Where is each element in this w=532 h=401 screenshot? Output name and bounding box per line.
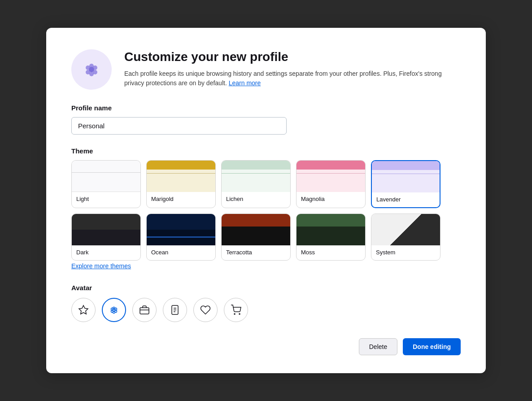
avatar-document[interactable] — [163, 298, 187, 322]
done-editing-button[interactable]: Done editing — [403, 338, 461, 355]
theme-terracotta-name: Terracotta — [222, 245, 290, 260]
customize-profile-dialog: Customize your new profile Each profile … — [46, 28, 486, 373]
avatar-section: Avatar — [71, 284, 461, 322]
learn-more-link[interactable]: Learn more — [229, 79, 261, 87]
avatar-flower[interactable] — [102, 298, 126, 322]
theme-lichen-name: Lichen — [222, 192, 290, 207]
document-icon — [170, 305, 180, 315]
svg-rect-15 — [140, 308, 149, 314]
theme-system[interactable]: System — [371, 214, 440, 261]
theme-system-preview — [371, 214, 440, 245]
svg-point-6 — [89, 67, 94, 72]
theme-light-preview — [72, 161, 140, 192]
theme-system-name: System — [371, 245, 440, 260]
theme-marigold-preview — [147, 161, 215, 192]
theme-dark[interactable]: Dark — [71, 214, 141, 261]
flower-icon — [109, 305, 119, 315]
theme-terracotta[interactable]: Terracotta — [221, 214, 291, 261]
theme-moss-name: Moss — [297, 245, 365, 260]
dialog-header: Customize your new profile Each profile … — [71, 49, 461, 90]
header-text-block: Customize your new profile Each profile … — [124, 49, 447, 88]
svg-marker-7 — [79, 305, 88, 314]
briefcase-icon — [139, 305, 150, 315]
theme-light-name: Light — [72, 192, 140, 207]
avatar-options — [71, 298, 461, 322]
theme-grid: Light Marigold Lichen Magnolia Lavender — [71, 160, 461, 261]
dialog-footer: Delete Done editing — [71, 338, 461, 355]
heart-icon — [200, 305, 211, 315]
profile-name-section: Profile name — [71, 104, 461, 135]
profile-name-input[interactable] — [71, 117, 287, 135]
dialog-title: Customize your new profile — [124, 49, 447, 65]
theme-dark-preview — [72, 214, 140, 245]
theme-lavender-preview — [372, 161, 440, 192]
theme-label: Theme — [71, 147, 461, 155]
theme-lichen-preview — [222, 161, 290, 192]
theme-terracotta-preview — [222, 214, 290, 245]
profile-name-label: Profile name — [71, 104, 461, 112]
svg-point-21 — [234, 314, 235, 314]
avatar-label: Avatar — [71, 284, 461, 292]
theme-light[interactable]: Light — [71, 160, 141, 208]
theme-magnolia[interactable]: Magnolia — [296, 160, 366, 208]
theme-ocean-preview — [147, 214, 215, 245]
dialog-description: Each profile keeps its unique browsing h… — [124, 69, 447, 88]
profile-avatar-preview — [71, 49, 112, 90]
theme-marigold[interactable]: Marigold — [146, 160, 216, 208]
theme-moss-preview — [297, 214, 365, 245]
theme-ocean-name: Ocean — [147, 245, 215, 260]
avatar-briefcase[interactable] — [132, 298, 157, 322]
theme-dark-name: Dark — [72, 245, 140, 260]
theme-section: Theme Light Marigold Lichen Magnolia — [71, 147, 461, 271]
profile-flower-icon — [82, 60, 101, 79]
theme-magnolia-name: Magnolia — [297, 192, 365, 207]
delete-button[interactable]: Delete — [359, 338, 397, 355]
avatar-cart[interactable] — [224, 298, 248, 322]
theme-ocean[interactable]: Ocean — [146, 214, 216, 261]
avatar-star[interactable] — [71, 298, 96, 322]
theme-lichen[interactable]: Lichen — [221, 160, 291, 208]
theme-marigold-name: Marigold — [147, 192, 215, 207]
theme-magnolia-preview — [297, 161, 365, 192]
svg-point-22 — [239, 314, 240, 314]
cart-icon — [231, 305, 241, 315]
avatar-heart[interactable] — [193, 298, 218, 322]
theme-moss[interactable]: Moss — [296, 214, 366, 261]
star-icon — [78, 305, 89, 315]
theme-lavender-name: Lavender — [372, 192, 440, 207]
explore-more-themes-link[interactable]: Explore more themes — [71, 262, 131, 270]
theme-lavender[interactable]: Lavender — [371, 160, 440, 208]
